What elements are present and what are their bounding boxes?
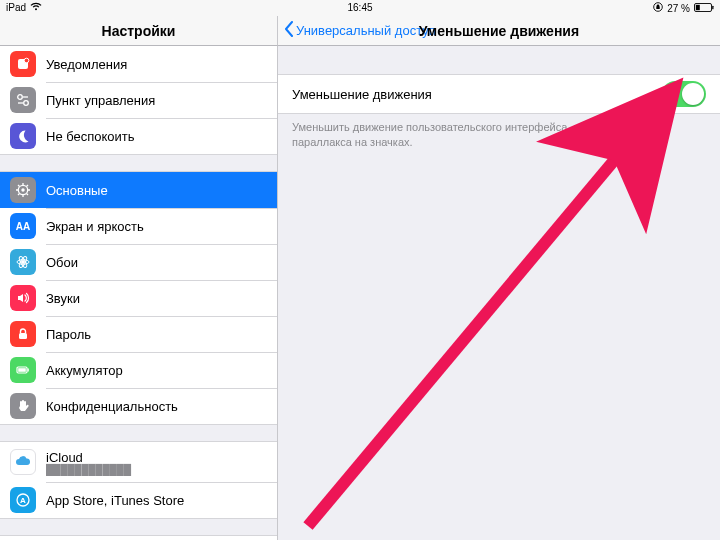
- sidebar-item-passcode[interactable]: Пароль: [0, 316, 277, 352]
- sidebar-item-label: Пункт управления: [46, 93, 155, 108]
- svg-rect-2: [696, 4, 700, 9]
- sidebar-group-0: Уведомления Пункт управления Не беспокои…: [0, 46, 277, 155]
- sidebar-item-label: App Store, iTunes Store: [46, 493, 184, 508]
- battery-icon: [694, 3, 714, 14]
- svg-point-7: [24, 101, 29, 106]
- detail-title: Уменьшение движения: [419, 23, 579, 39]
- reduce-motion-label: Уменьшение движения: [292, 87, 432, 102]
- sidebar-item-label: Уведомления: [46, 57, 127, 72]
- sidebar-item-dnd[interactable]: Не беспокоить: [0, 118, 277, 154]
- battery-icon: [10, 357, 36, 383]
- svg-line-19: [27, 185, 28, 186]
- sidebar-group-1: Основные AA Экран и яркость Обои Звуки П…: [0, 171, 277, 425]
- display-icon: AA: [10, 213, 36, 239]
- sidebar-item-icloud[interactable]: iCloud ████████████: [0, 442, 277, 482]
- svg-rect-28: [28, 369, 29, 372]
- sidebar-item-control-center[interactable]: Пункт управления: [0, 82, 277, 118]
- sidebar-item-label: Конфиденциальность: [46, 399, 178, 414]
- toggle-knob: [682, 83, 704, 105]
- sidebar-title: Настройки: [102, 23, 176, 39]
- svg-text:A: A: [20, 496, 26, 505]
- sidebar-item-label: Экран и яркость: [46, 219, 144, 234]
- orientation-lock-icon: [653, 2, 663, 14]
- detail-navbar: Универсальный доступ Уменьшение движения: [278, 16, 720, 46]
- detail-pane: Уменьшение движения Уменьшить движение п…: [278, 46, 720, 540]
- control-center-icon: [10, 87, 36, 113]
- notifications-icon: [10, 51, 36, 77]
- reduce-motion-toggle[interactable]: [662, 81, 706, 107]
- sidebar[interactable]: Уведомления Пункт управления Не беспокои…: [0, 46, 278, 540]
- wifi-icon: [30, 2, 42, 13]
- sidebar-item-label: Обои: [46, 255, 78, 270]
- icloud-account-sub: ████████████: [46, 465, 131, 475]
- device-label: iPad: [6, 2, 26, 13]
- sidebar-item-label: Звуки: [46, 291, 80, 306]
- sidebar-item-appstore[interactable]: A App Store, iTunes Store: [0, 482, 277, 518]
- sidebar-item-label: Основные: [46, 183, 108, 198]
- sidebar-item-label: Аккумулятор: [46, 363, 123, 378]
- svg-rect-25: [19, 333, 27, 339]
- sidebar-navbar: Настройки: [0, 16, 278, 46]
- svg-line-17: [27, 194, 28, 195]
- sidebar-item-sounds[interactable]: Звуки: [0, 280, 277, 316]
- svg-point-11: [21, 188, 24, 191]
- sidebar-group-2: iCloud ████████████ A App Store, iTunes …: [0, 441, 277, 519]
- detail-group: Уменьшение движения: [278, 74, 720, 114]
- sidebar-item-label: Пароль: [46, 327, 91, 342]
- svg-point-5: [24, 58, 29, 63]
- speaker-icon: [10, 285, 36, 311]
- sidebar-item-battery[interactable]: Аккумулятор: [0, 352, 277, 388]
- svg-text:AA: AA: [16, 221, 30, 232]
- cloud-icon: [10, 449, 36, 475]
- clock: 16:45: [347, 2, 372, 13]
- gear-icon: [10, 177, 36, 203]
- hand-icon: [10, 393, 36, 419]
- svg-rect-3: [712, 5, 713, 9]
- battery-percent: 27 %: [667, 3, 690, 14]
- wallpaper-icon: [10, 249, 36, 275]
- detail-footer-text: Уменьшить движение пользовательского инт…: [278, 114, 720, 150]
- sidebar-item-general[interactable]: Основные: [0, 172, 277, 208]
- sidebar-item-wallpaper[interactable]: Обои: [0, 244, 277, 280]
- svg-line-32: [308, 96, 668, 526]
- svg-point-6: [18, 95, 23, 100]
- sidebar-item-label: iCloud: [46, 450, 131, 465]
- sidebar-item-notifications[interactable]: Уведомления: [0, 46, 277, 82]
- reduce-motion-row: Уменьшение движения: [278, 75, 720, 113]
- svg-line-18: [18, 194, 19, 195]
- svg-rect-27: [18, 368, 26, 372]
- appstore-icon: A: [10, 487, 36, 513]
- nav-row: Настройки Универсальный доступ Уменьшени…: [0, 16, 720, 46]
- back-button[interactable]: Универсальный доступ: [284, 21, 436, 40]
- lock-icon: [10, 321, 36, 347]
- sidebar-item-display[interactable]: AA Экран и яркость: [0, 208, 277, 244]
- svg-line-16: [18, 185, 19, 186]
- sidebar-group-3: Почта, адреса, календари: [0, 535, 277, 540]
- moon-icon: [10, 123, 36, 149]
- sidebar-item-label: Не беспокоить: [46, 129, 135, 144]
- chevron-left-icon: [284, 21, 294, 40]
- sidebar-item-mail[interactable]: Почта, адреса, календари: [0, 536, 277, 540]
- back-label: Универсальный доступ: [296, 23, 436, 38]
- status-bar: iPad 16:45 27 %: [0, 0, 720, 16]
- sidebar-item-privacy[interactable]: Конфиденциальность: [0, 388, 277, 424]
